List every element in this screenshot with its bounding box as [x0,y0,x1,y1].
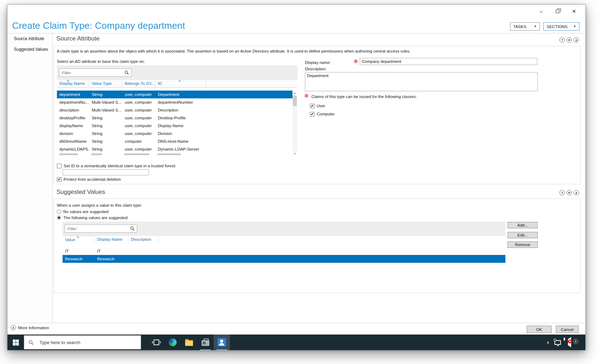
page-title: Create Claim Type: Company department [12,20,185,31]
network-icon[interactable] [554,340,561,345]
edge-button[interactable] [165,335,181,350]
display-name-input[interactable] [360,58,537,65]
table-row[interactable]: dynamicLDAPS... String user, computer Dy… [57,145,293,153]
classes-label: Claims of this type can be issued for th… [311,94,417,99]
table-row[interactable]: IT IT [63,247,505,255]
no-values-radio[interactable] [57,210,61,214]
table-row[interactable]: displayName String user, computer Displa… [57,122,293,130]
add-button[interactable]: Add... [508,222,538,228]
suggested-values-section: When a user assigns a value to this clai… [54,199,581,293]
attribute-table-header: ▲Display Name Value Type Belongs To (Cl.… [57,80,297,88]
source-attribute-section-icons: ? ✕ ∧ [559,37,579,43]
header-divider [7,33,585,33]
ok-button[interactable]: OK [527,326,552,333]
required-asterisk: ✱ [354,58,358,65]
adac-button[interactable] [214,335,230,350]
protect-deletion-checkbox[interactable]: ✔ [57,177,61,182]
set-id-label: Set ID to a semantically identical claim… [64,164,176,168]
cancel-button[interactable]: Cancel [556,326,579,333]
taskbar-search[interactable]: Type here to search [24,335,141,349]
search-icon [130,226,135,231]
description-textarea[interactable]: Department [305,72,538,91]
scroll-down-icon[interactable]: ▼ [293,151,297,156]
chevron-down-icon: ▼ [573,25,576,28]
edit-button[interactable]: Edit... [508,232,538,238]
sidebar-item-source-attribute[interactable]: Source Attribute [7,33,52,44]
column-header-value[interactable]: ▲Value [63,236,95,244]
system-tray: ∧ ✕ 1 [547,335,585,350]
trusted-forest-id-input[interactable] [63,169,149,175]
notification-badge: 1 [573,339,578,344]
column-header-display-name[interactable]: Display Name [95,236,128,244]
sidebar-item-suggested-values[interactable]: Suggested Values [7,44,52,55]
attribute-filter-input[interactable] [59,71,124,75]
hidden-icons-chevron-icon[interactable]: ∧ [547,340,549,345]
description-label: Description: [305,67,327,71]
attribute-filter-panel [57,65,297,80]
column-header-empty [206,80,297,88]
window-controls: – ✕ [536,7,579,15]
active-directory-user-icon [218,338,226,347]
scroll-up-icon[interactable]: ▲ [293,91,297,95]
more-information-label: More Information [18,326,49,330]
minimize-button[interactable]: – [536,7,546,15]
start-button[interactable] [7,335,24,350]
attribute-table-scrollbar[interactable]: ▲ ▼ [293,91,297,156]
set-id-checkbox[interactable] [57,164,61,168]
class-computer-checkbox[interactable]: ✔ [310,112,315,116]
server-manager-icon [202,340,209,346]
class-user-checkbox[interactable]: ✔ [310,104,315,108]
task-view-icon [154,339,159,345]
table-row[interactable]: Research Research [63,255,505,263]
column-header-belongs-to[interactable]: Belongs To (Cl... [122,80,155,88]
values-filter-input[interactable] [65,227,130,231]
close-button[interactable]: ✕ [569,7,579,15]
close-section-icon[interactable]: ✕ [567,37,572,43]
table-row[interactable]: department String user, computer Departm… [57,91,293,98]
column-header-description[interactable]: Description [128,236,159,244]
table-row[interactable]: description Multi-Valued S... user, comp… [57,106,293,114]
sidebar: Source Attribute Suggested Values [7,33,53,323]
values-filter-box [65,224,137,233]
sections-menu-button[interactable]: SECTIONS ▼ [543,22,579,31]
collapse-section-icon[interactable]: ∧ [574,37,579,43]
task-view-button[interactable] [148,335,165,350]
source-attribute-section: A claim type is an assertion about the o… [54,46,581,184]
help-icon[interactable]: ? [559,190,565,195]
sort-asc-icon: ▲ [77,235,79,238]
server-manager-button[interactable] [197,335,214,350]
column-header-value-type[interactable]: Value Type [89,80,122,88]
volume-muted-button[interactable]: ✕ [566,339,571,346]
values-filter-panel [63,222,505,236]
table-row[interactable]: desktopProfile String user, computer Des… [57,114,293,122]
close-section-icon[interactable]: ✕ [567,190,572,195]
scrollbar-thumb[interactable] [293,96,297,106]
column-header-id[interactable]: ▲ID [155,80,206,88]
folder-icon [185,340,193,346]
taskbar-apps [148,335,230,350]
assign-value-label: When a user assigns a value to this clai… [57,203,142,207]
tasks-menu-button[interactable]: TASKS ▼ [510,22,540,31]
column-header-display-name[interactable]: ▲Display Name [57,80,89,88]
help-icon[interactable]: ? [559,37,565,43]
table-row-partial [57,153,293,155]
table-row[interactable]: division String user, computer Division [57,130,293,137]
collapse-section-icon[interactable]: ∧ [574,190,579,195]
search-icon [124,70,129,75]
restore-button[interactable] [553,7,563,15]
restore-icon [556,10,559,13]
remove-button[interactable]: Remove [508,241,538,248]
select-attribute-label: Select an AD attribute to base this clai… [57,59,145,64]
protect-deletion-label: Protect from accidental deletion [64,177,121,181]
search-icon [28,340,34,345]
adac-window: – ✕ Create Claim Type: Company departmen… [7,4,586,350]
suggested-values-heading: Suggested Values [57,189,105,196]
file-explorer-button[interactable] [181,335,197,350]
search-placeholder: Type here to search [39,340,80,345]
following-values-radio[interactable] [57,216,61,220]
more-information-toggle[interactable]: ∧ More Information [11,325,49,330]
windows-logo-icon [13,339,19,346]
sort-asc-icon: ▲ [67,79,69,82]
table-row[interactable]: dNSHostName String computer DNS-Host-Nam… [57,137,293,145]
table-row[interactable]: departmentNu... Multi-Valued S... user, … [57,98,293,106]
